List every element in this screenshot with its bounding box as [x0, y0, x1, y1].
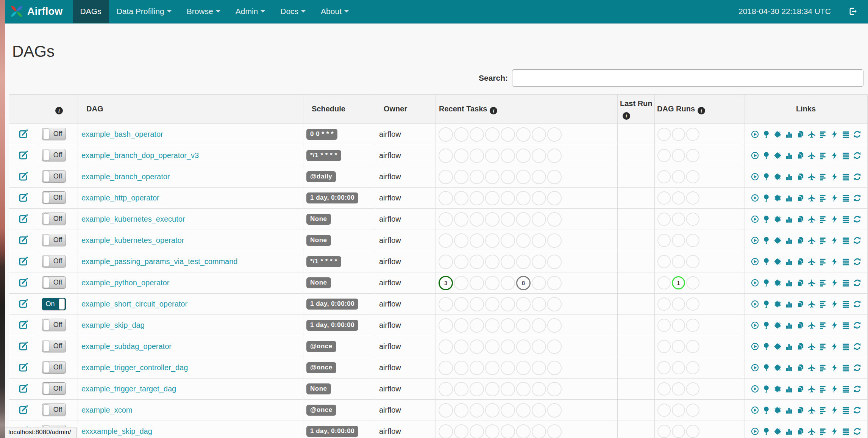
- trigger-dag-icon[interactable]: [751, 130, 759, 138]
- gantt-view-icon[interactable]: [819, 236, 827, 244]
- gantt-view-icon[interactable]: [819, 300, 827, 308]
- dag-link[interactable]: example_short_circuit_operator: [81, 300, 187, 308]
- tree-view-icon[interactable]: [762, 321, 770, 329]
- logs-icon[interactable]: [842, 343, 850, 350]
- dag-run-circle[interactable]: [686, 361, 699, 374]
- task-state-circle[interactable]: [516, 361, 531, 375]
- landing-times-icon[interactable]: [808, 321, 816, 329]
- tree-view-icon[interactable]: [762, 279, 770, 287]
- task-duration-icon[interactable]: [785, 258, 793, 266]
- task-state-circle[interactable]: [470, 403, 484, 418]
- task-state-circle[interactable]: [532, 233, 546, 248]
- logs-icon[interactable]: [842, 321, 850, 329]
- landing-times-icon[interactable]: [808, 152, 816, 160]
- code-view-icon[interactable]: [831, 300, 838, 308]
- task-state-circle[interactable]: [454, 127, 468, 142]
- task-duration-icon[interactable]: [785, 406, 793, 414]
- task-state-circle[interactable]: [532, 276, 546, 290]
- task-state-circle[interactable]: [501, 191, 515, 205]
- task-state-circle[interactable]: [485, 276, 500, 290]
- logs-icon[interactable]: [842, 385, 850, 393]
- task-duration-icon[interactable]: [785, 300, 793, 308]
- dag-run-circle[interactable]: [672, 213, 685, 226]
- task-state-circle[interactable]: [532, 212, 546, 227]
- task-state-circle[interactable]: [470, 191, 484, 205]
- task-state-circle[interactable]: [485, 424, 500, 438]
- task-state-circle[interactable]: [454, 191, 468, 205]
- gantt-view-icon[interactable]: [819, 364, 827, 372]
- task-state-circle[interactable]: [439, 424, 453, 438]
- edit-dag-icon[interactable]: [19, 235, 28, 245]
- graph-view-icon[interactable]: [774, 343, 782, 350]
- dag-run-circle[interactable]: [657, 191, 671, 205]
- edit-dag-icon[interactable]: [19, 383, 28, 393]
- trigger-dag-icon[interactable]: [751, 279, 759, 287]
- refresh-icon[interactable]: [853, 194, 861, 202]
- task-state-circle[interactable]: [516, 212, 531, 227]
- task-state-circle[interactable]: [516, 297, 531, 311]
- column-header-schedule[interactable]: Schedule: [303, 95, 375, 124]
- task-state-circle[interactable]: [485, 127, 500, 142]
- tree-view-icon[interactable]: [762, 152, 770, 160]
- code-view-icon[interactable]: [831, 152, 838, 160]
- task-state-circle[interactable]: [470, 233, 484, 248]
- graph-view-icon[interactable]: [774, 300, 782, 308]
- dag-pause-toggle[interactable]: On: [42, 298, 66, 310]
- task-state-circle[interactable]: [470, 339, 484, 354]
- task-state-circle[interactable]: [516, 424, 531, 438]
- dag-run-circle[interactable]: [686, 340, 699, 353]
- refresh-icon[interactable]: [853, 173, 861, 181]
- dag-run-circle[interactable]: [686, 319, 699, 332]
- task-state-circle[interactable]: [454, 318, 468, 333]
- logout-icon[interactable]: [848, 6, 858, 16]
- tree-view-icon[interactable]: [762, 364, 770, 372]
- task-state-circle[interactable]: [439, 233, 453, 248]
- task-state-circle[interactable]: [547, 382, 562, 396]
- dag-run-circle[interactable]: [672, 340, 685, 353]
- edit-dag-icon[interactable]: [19, 214, 28, 224]
- refresh-icon[interactable]: [853, 279, 861, 287]
- landing-times-icon[interactable]: [808, 258, 816, 266]
- tree-view-icon[interactable]: [762, 215, 770, 223]
- dag-run-circle[interactable]: [686, 170, 699, 183]
- task-state-circle[interactable]: [532, 403, 546, 418]
- column-header-owner[interactable]: Owner: [375, 95, 436, 124]
- nav-item-data-profiling[interactable]: Data Profiling: [109, 0, 179, 23]
- code-view-icon[interactable]: [831, 406, 838, 414]
- dag-run-circle[interactable]: 1: [672, 276, 685, 289]
- edit-dag-icon[interactable]: [19, 277, 28, 287]
- landing-times-icon[interactable]: [808, 130, 816, 138]
- dag-run-circle[interactable]: [686, 276, 699, 289]
- task-state-circle[interactable]: [516, 339, 531, 354]
- task-state-circle[interactable]: [439, 339, 453, 354]
- dag-run-circle[interactable]: [657, 361, 671, 374]
- refresh-icon[interactable]: [853, 343, 861, 350]
- logs-icon[interactable]: [842, 406, 850, 414]
- edit-dag-icon[interactable]: [19, 299, 28, 308]
- graph-view-icon[interactable]: [774, 385, 782, 393]
- edit-dag-icon[interactable]: [19, 171, 28, 181]
- task-state-circle[interactable]: [485, 403, 500, 418]
- task-state-circle[interactable]: [532, 382, 546, 396]
- refresh-icon[interactable]: [853, 215, 861, 223]
- task-state-circle[interactable]: 8: [516, 276, 531, 290]
- trigger-dag-icon[interactable]: [751, 194, 759, 202]
- tree-view-icon[interactable]: [762, 385, 770, 393]
- tree-view-icon[interactable]: [762, 427, 770, 435]
- logs-icon[interactable]: [842, 364, 850, 372]
- graph-view-icon[interactable]: [774, 152, 782, 160]
- task-state-circle[interactable]: [470, 127, 484, 142]
- dag-run-circle[interactable]: [657, 149, 671, 162]
- code-view-icon[interactable]: [831, 130, 838, 138]
- task-state-circle[interactable]: [501, 318, 515, 333]
- refresh-icon[interactable]: [853, 258, 861, 266]
- refresh-icon[interactable]: [853, 300, 861, 308]
- task-tries-icon[interactable]: [796, 152, 804, 160]
- code-view-icon[interactable]: [831, 427, 838, 435]
- task-tries-icon[interactable]: [796, 173, 804, 181]
- dag-run-circle[interactable]: [686, 213, 699, 226]
- task-state-circle[interactable]: [454, 424, 468, 438]
- task-state-circle[interactable]: [454, 255, 468, 269]
- task-tries-icon[interactable]: [796, 215, 804, 223]
- dag-run-circle[interactable]: [657, 255, 671, 268]
